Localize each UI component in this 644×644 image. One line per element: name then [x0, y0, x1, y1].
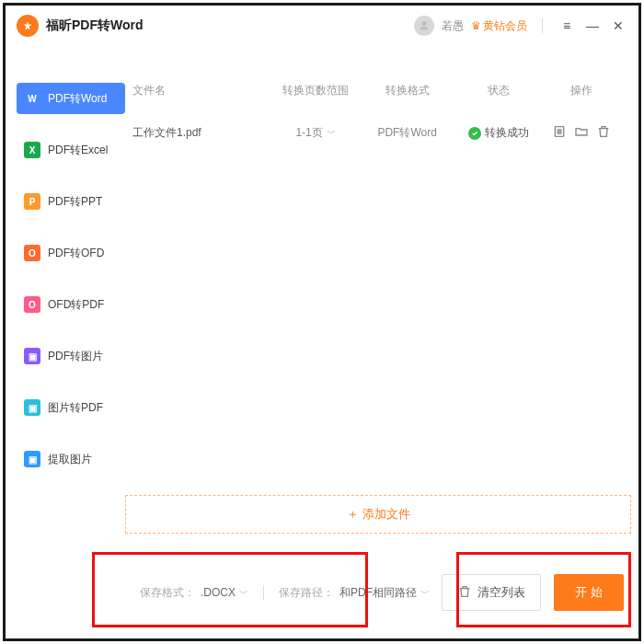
cell-filename: 工作文件1.pdf	[132, 125, 270, 141]
sidebar-item-label: PDF转PPT	[48, 194, 102, 210]
menu-icon[interactable]: ≡	[558, 18, 576, 33]
format-icon: O	[24, 296, 40, 313]
sidebar-item-4[interactable]: OOFD转PDF	[17, 289, 125, 320]
sidebar-item-5[interactable]: ▣PDF转图片	[17, 340, 125, 372]
footer: 保存格式： .DOCX﹀ 保存路径： 和PDF相同路径﹀ 清空列表 开 始	[125, 546, 638, 638]
save-path-label: 保存路径：	[279, 585, 334, 601]
detail-icon[interactable]	[552, 124, 567, 142]
sidebar-item-3[interactable]: OPDF转OFD	[17, 237, 125, 269]
col-format: 转换格式	[362, 83, 454, 98]
sidebar-item-0[interactable]: WPDF转Word	[17, 83, 125, 114]
clear-list-button[interactable]: 清空列表	[442, 574, 541, 611]
add-file-button[interactable]: ＋ 添加文件	[125, 495, 631, 534]
col-ops: 操作	[545, 83, 618, 98]
table-row: 工作文件1.pdf1-1页﹀PDF转Word转换成功	[125, 111, 638, 155]
format-icon: X	[24, 142, 40, 158]
success-icon	[468, 127, 481, 140]
save-path-select[interactable]: 和PDF相同路径﹀	[339, 585, 430, 601]
col-status: 状态	[453, 83, 545, 98]
format-icon: ▣	[24, 451, 40, 467]
format-icon: W	[24, 90, 40, 107]
divider	[542, 18, 543, 33]
cell-format: PDF转Word	[362, 125, 454, 141]
member-link[interactable]: ♛ 黄钻会员	[471, 18, 527, 34]
sidebar-item-2[interactable]: PPDF转PPT	[17, 186, 125, 217]
sidebar-item-7[interactable]: ▣提取图片	[17, 443, 125, 475]
chevron-down-icon: ﹀	[420, 587, 430, 600]
save-format-select[interactable]: .DOCX﹀	[201, 586, 248, 600]
format-icon: ▣	[24, 399, 40, 416]
format-icon: O	[24, 245, 40, 261]
sidebar-item-label: PDF转OFD	[48, 246, 104, 261]
sidebar-item-label: PDF转图片	[48, 349, 103, 364]
sidebar-item-6[interactable]: ▣图片转PDF	[17, 392, 125, 423]
col-pages: 转换页数范围	[270, 83, 362, 98]
divider	[263, 585, 264, 600]
plus-icon: ＋	[347, 506, 359, 523]
app-title: 福昕PDF转Word	[46, 17, 414, 34]
user-name[interactable]: 若愚	[442, 18, 464, 34]
sidebar-item-label: 图片转PDF	[48, 400, 103, 416]
format-icon: P	[24, 193, 40, 210]
sidebar-item-label: PDF转Word	[48, 91, 107, 107]
format-icon: ▣	[24, 348, 40, 364]
folder-icon[interactable]	[574, 124, 589, 142]
sidebar: WPDF转WordXPDF转ExcelPPDF转PPTOPDF转OFDOOFD转…	[6, 46, 125, 638]
close-button[interactable]: ✕	[609, 18, 627, 33]
save-format-label: 保存格式：	[140, 585, 195, 601]
minimize-button[interactable]: —	[583, 18, 602, 33]
avatar-icon[interactable]	[414, 16, 434, 36]
trash-icon[interactable]	[596, 124, 611, 142]
chevron-down-icon: ﹀	[239, 587, 248, 600]
app-logo-icon	[17, 15, 39, 37]
main-panel: 文件名 转换页数范围 转换格式 状态 操作 工作文件1.pdf1-1页﹀PDF转…	[125, 46, 638, 638]
cell-status: 转换成功	[453, 125, 545, 141]
sidebar-item-1[interactable]: XPDF转Excel	[17, 134, 125, 166]
trash-icon	[457, 584, 472, 602]
sidebar-item-label: 提取图片	[48, 452, 92, 467]
table-header: 文件名 转换页数范围 转换格式 状态 操作	[125, 83, 638, 111]
col-filename: 文件名	[132, 83, 270, 98]
sidebar-item-label: PDF转Excel	[48, 143, 108, 158]
crown-icon: ♛	[471, 19, 481, 32]
titlebar: 福昕PDF转Word 若愚 ♛ 黄钻会员 ≡ — ✕	[6, 6, 638, 46]
start-button[interactable]: 开 始	[554, 574, 624, 611]
cell-pages[interactable]: 1-1页﹀	[270, 125, 362, 141]
sidebar-item-label: OFD转PDF	[48, 297, 104, 313]
chevron-down-icon: ﹀	[327, 127, 336, 140]
